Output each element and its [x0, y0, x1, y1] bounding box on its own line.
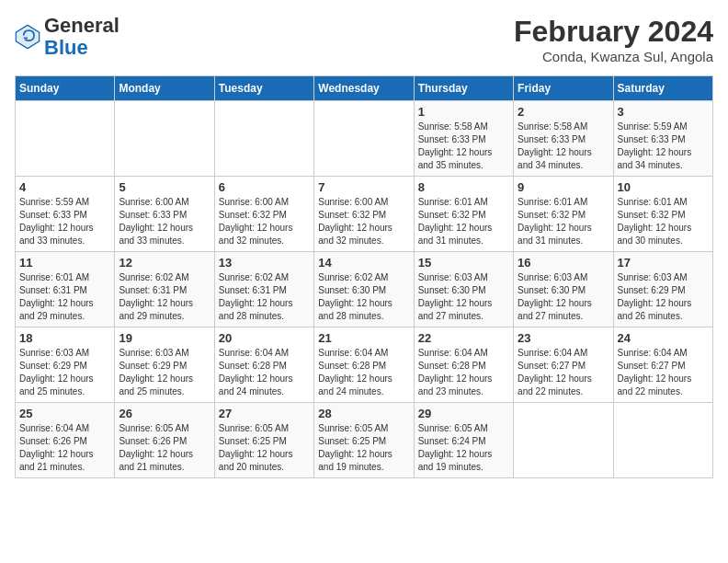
calendar-day-cell: 7Sunrise: 6:00 AMSunset: 6:32 PMDaylight… — [314, 177, 414, 252]
calendar-day-cell: 3Sunrise: 5:59 AMSunset: 6:33 PMDaylight… — [613, 101, 712, 177]
calendar-day-cell: 29Sunrise: 6:05 AMSunset: 6:24 PMDayligh… — [414, 403, 513, 478]
calendar-day-cell: 10Sunrise: 6:01 AMSunset: 6:32 PMDayligh… — [613, 177, 712, 252]
day-info: Sunrise: 6:05 AMSunset: 6:26 PMDaylight:… — [119, 422, 210, 474]
day-number: 25 — [19, 407, 110, 420]
day-info: Sunrise: 6:03 AMSunset: 6:30 PMDaylight:… — [518, 271, 609, 323]
calendar-week-row: 11Sunrise: 6:01 AMSunset: 6:31 PMDayligh… — [16, 252, 713, 327]
day-info: Sunrise: 6:05 AMSunset: 6:25 PMDaylight:… — [219, 422, 310, 474]
day-number: 13 — [219, 256, 310, 270]
day-info: Sunrise: 6:03 AMSunset: 6:29 PMDaylight:… — [19, 347, 110, 398]
day-number: 17 — [618, 256, 709, 270]
day-info: Sunrise: 6:05 AMSunset: 6:24 PMDaylight:… — [418, 422, 509, 474]
calendar-day-cell: 27Sunrise: 6:05 AMSunset: 6:25 PMDayligh… — [214, 403, 313, 478]
calendar-day-cell: 9Sunrise: 6:01 AMSunset: 6:32 PMDaylight… — [514, 177, 613, 252]
logo: General Blue — [15, 15, 119, 59]
title-section: February 2024 Conda, Kwanza Sul, Angola — [514, 15, 713, 64]
day-number: 20 — [219, 331, 310, 345]
day-number: 1 — [418, 105, 509, 119]
day-number: 9 — [518, 180, 609, 194]
page-header: General Blue February 2024 Conda, Kwanza… — [15, 15, 713, 64]
day-number: 29 — [418, 407, 509, 420]
calendar-day-cell: 13Sunrise: 6:02 AMSunset: 6:31 PMDayligh… — [214, 252, 313, 327]
day-info: Sunrise: 6:02 AMSunset: 6:30 PMDaylight:… — [318, 271, 409, 323]
day-info: Sunrise: 6:03 AMSunset: 6:29 PMDaylight:… — [119, 347, 210, 398]
logo-icon — [15, 24, 40, 50]
day-info: Sunrise: 6:04 AMSunset: 6:26 PMDaylight:… — [19, 422, 110, 474]
calendar-day-cell: 6Sunrise: 6:00 AMSunset: 6:32 PMDaylight… — [214, 177, 313, 252]
calendar-day-cell: 17Sunrise: 6:03 AMSunset: 6:29 PMDayligh… — [613, 252, 712, 327]
day-number: 22 — [418, 331, 509, 345]
day-number: 27 — [219, 407, 310, 420]
calendar-day-cell — [214, 101, 313, 177]
day-number: 7 — [318, 180, 409, 194]
calendar-day-cell — [314, 101, 414, 177]
day-info: Sunrise: 6:03 AMSunset: 6:29 PMDaylight:… — [618, 271, 709, 323]
day-info: Sunrise: 6:00 AMSunset: 6:32 PMDaylight:… — [219, 196, 310, 247]
logo-blue-text: Blue — [44, 36, 88, 59]
day-number: 28 — [318, 407, 409, 420]
month-year-title: February 2024 — [514, 15, 713, 49]
day-number: 10 — [618, 180, 709, 194]
day-number: 21 — [318, 331, 409, 345]
calendar-header-row: SundayMondayTuesdayWednesdayThursdayFrid… — [16, 76, 713, 101]
calendar-day-cell: 8Sunrise: 6:01 AMSunset: 6:32 PMDaylight… — [414, 177, 513, 252]
day-number: 18 — [19, 331, 110, 345]
day-number: 15 — [418, 256, 509, 270]
calendar-day-cell: 18Sunrise: 6:03 AMSunset: 6:29 PMDayligh… — [16, 327, 115, 403]
calendar-day-cell: 25Sunrise: 6:04 AMSunset: 6:26 PMDayligh… — [16, 403, 115, 478]
calendar-day-cell — [514, 403, 613, 478]
day-info: Sunrise: 5:58 AMSunset: 6:33 PMDaylight:… — [418, 121, 509, 172]
calendar-table: SundayMondayTuesdayWednesdayThursdayFrid… — [15, 75, 713, 478]
calendar-day-cell — [16, 101, 115, 177]
day-info: Sunrise: 5:59 AMSunset: 6:33 PMDaylight:… — [19, 196, 110, 247]
day-info: Sunrise: 6:02 AMSunset: 6:31 PMDaylight:… — [219, 271, 310, 323]
day-number: 6 — [219, 180, 310, 194]
day-number: 24 — [618, 331, 709, 345]
day-info: Sunrise: 5:58 AMSunset: 6:33 PMDaylight:… — [518, 121, 609, 172]
day-info: Sunrise: 6:01 AMSunset: 6:31 PMDaylight:… — [19, 271, 110, 323]
calendar-day-cell — [115, 101, 214, 177]
day-number: 14 — [318, 256, 409, 270]
day-of-week-header: Monday — [115, 76, 214, 101]
day-number: 11 — [19, 256, 110, 270]
location-subtitle: Conda, Kwanza Sul, Angola — [514, 49, 713, 64]
day-of-week-header: Sunday — [16, 76, 115, 101]
calendar-day-cell: 2Sunrise: 5:58 AMSunset: 6:33 PMDaylight… — [514, 101, 613, 177]
day-info: Sunrise: 6:04 AMSunset: 6:27 PMDaylight:… — [618, 347, 709, 398]
day-of-week-header: Friday — [514, 76, 613, 101]
logo-general-text: General — [44, 14, 119, 37]
day-info: Sunrise: 6:01 AMSunset: 6:32 PMDaylight:… — [518, 196, 609, 247]
calendar-day-cell: 23Sunrise: 6:04 AMSunset: 6:27 PMDayligh… — [514, 327, 613, 403]
day-number: 12 — [119, 256, 210, 270]
calendar-day-cell: 4Sunrise: 5:59 AMSunset: 6:33 PMDaylight… — [16, 177, 115, 252]
calendar-day-cell: 12Sunrise: 6:02 AMSunset: 6:31 PMDayligh… — [115, 252, 214, 327]
day-number: 5 — [119, 180, 210, 194]
day-info: Sunrise: 6:04 AMSunset: 6:28 PMDaylight:… — [219, 347, 310, 398]
calendar-day-cell: 22Sunrise: 6:04 AMSunset: 6:28 PMDayligh… — [414, 327, 513, 403]
day-number: 19 — [119, 331, 210, 345]
day-info: Sunrise: 6:03 AMSunset: 6:30 PMDaylight:… — [418, 271, 509, 323]
day-info: Sunrise: 6:05 AMSunset: 6:25 PMDaylight:… — [318, 422, 409, 474]
day-of-week-header: Thursday — [414, 76, 513, 101]
day-of-week-header: Tuesday — [214, 76, 313, 101]
day-of-week-header: Wednesday — [314, 76, 414, 101]
calendar-day-cell: 26Sunrise: 6:05 AMSunset: 6:26 PMDayligh… — [115, 403, 214, 478]
calendar-day-cell: 14Sunrise: 6:02 AMSunset: 6:30 PMDayligh… — [314, 252, 414, 327]
day-info: Sunrise: 6:00 AMSunset: 6:33 PMDaylight:… — [119, 196, 210, 247]
calendar-day-cell: 1Sunrise: 5:58 AMSunset: 6:33 PMDaylight… — [414, 101, 513, 177]
calendar-day-cell — [613, 403, 712, 478]
day-number: 23 — [518, 331, 609, 345]
calendar-day-cell: 19Sunrise: 6:03 AMSunset: 6:29 PMDayligh… — [115, 327, 214, 403]
calendar-day-cell: 5Sunrise: 6:00 AMSunset: 6:33 PMDaylight… — [115, 177, 214, 252]
day-info: Sunrise: 6:04 AMSunset: 6:28 PMDaylight:… — [418, 347, 509, 398]
day-info: Sunrise: 6:04 AMSunset: 6:27 PMDaylight:… — [518, 347, 609, 398]
day-info: Sunrise: 6:02 AMSunset: 6:31 PMDaylight:… — [119, 271, 210, 323]
calendar-day-cell: 28Sunrise: 6:05 AMSunset: 6:25 PMDayligh… — [314, 403, 414, 478]
day-number: 2 — [518, 105, 609, 119]
calendar-week-row: 18Sunrise: 6:03 AMSunset: 6:29 PMDayligh… — [16, 327, 713, 403]
calendar-day-cell: 11Sunrise: 6:01 AMSunset: 6:31 PMDayligh… — [16, 252, 115, 327]
day-of-week-header: Saturday — [613, 76, 712, 101]
day-number: 3 — [618, 105, 709, 119]
day-number: 16 — [518, 256, 609, 270]
calendar-day-cell: 21Sunrise: 6:04 AMSunset: 6:28 PMDayligh… — [314, 327, 414, 403]
